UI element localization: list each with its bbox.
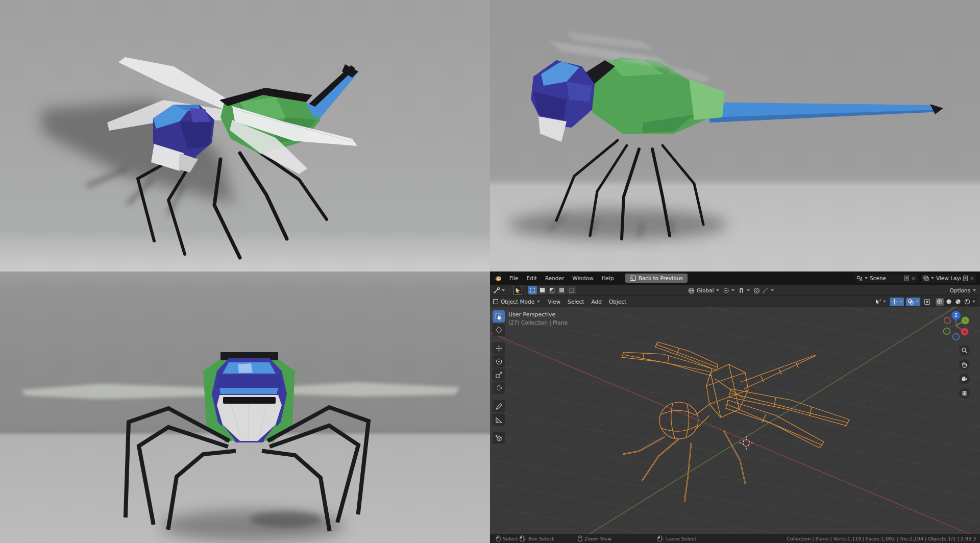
xray-toggle[interactable] <box>922 298 932 306</box>
tool-measure-button[interactable] <box>493 413 505 426</box>
header-menu-view[interactable]: View <box>544 299 564 305</box>
mode-dropdown[interactable]: Object Mode <box>490 299 544 305</box>
show-gizmo-toggle[interactable] <box>890 298 904 306</box>
select-box-icon <box>495 313 503 320</box>
orientation-dropdown[interactable]: Global <box>688 287 719 294</box>
dragonfly-render-side <box>490 0 980 272</box>
shading-rendered-button[interactable] <box>963 298 971 306</box>
select-box-icon <box>514 287 521 293</box>
back-button-label: Back to Previous <box>639 275 683 281</box>
header-menu-select[interactable]: Select <box>564 299 587 305</box>
hint-box-select: Box Select <box>520 534 554 543</box>
scene-stats-text: Collection | Plane | Verts:1,119 | Faces… <box>787 536 976 541</box>
select-mode-extend-button[interactable] <box>538 286 547 294</box>
options-dropdown[interactable]: Options <box>949 285 976 296</box>
navigation-axis-gizmo[interactable]: Z Y X <box>938 309 974 343</box>
pivot-dropdown[interactable] <box>723 287 734 294</box>
shading-solid-button[interactable] <box>945 298 953 306</box>
move-icon <box>495 344 503 352</box>
pivot-point-icon <box>723 287 729 294</box>
viewport-scene <box>490 307 980 534</box>
tool-select-box-button[interactable] <box>493 310 505 323</box>
chevron-down-icon <box>865 277 868 279</box>
viewport-toolbar <box>493 310 505 444</box>
hint-label: Box Select <box>528 536 554 541</box>
proportional-editing-toggle[interactable] <box>753 287 774 294</box>
shading-wireframe-button[interactable] <box>936 298 944 306</box>
orientation-value: Global <box>697 287 714 293</box>
select-mode-subtract-button[interactable] <box>548 286 556 294</box>
header-menu-add[interactable]: Add <box>587 299 605 305</box>
menu-item-window[interactable]: Window <box>568 272 597 285</box>
menu-item-edit[interactable]: Edit <box>523 272 541 285</box>
tool-annotate-button[interactable] <box>493 400 505 412</box>
back-screen-icon <box>630 276 636 281</box>
cursor-tool-icon <box>495 326 503 334</box>
axis-negative-y-ball[interactable] <box>944 328 950 335</box>
mouse-left-drag-icon <box>520 535 526 542</box>
thorax <box>579 57 725 134</box>
select-mode-set-button[interactable] <box>528 286 537 294</box>
xray-icon <box>924 299 930 305</box>
scene-stats: Collection | Plane | Verts:1,119 | Faces… <box>787 534 976 543</box>
menu-item-help[interactable]: Help <box>598 272 618 285</box>
chevron-down-icon <box>747 289 750 291</box>
wireframe-dragonfly <box>622 342 849 502</box>
dragonfly-render-front <box>0 272 490 543</box>
tool-move-button[interactable] <box>493 342 505 354</box>
dragonfly-render-perspective <box>0 0 490 272</box>
tool-add-cube-button[interactable] <box>493 432 505 444</box>
tool-settings-bar: Global <box>490 285 980 296</box>
mouse-middle-icon <box>578 535 582 542</box>
tool-icon <box>493 287 500 294</box>
toggle-orthographic-button[interactable] <box>959 388 970 399</box>
render-side-view <box>490 0 980 272</box>
select-mode-intersect-button[interactable] <box>567 286 576 294</box>
menu-item-render[interactable]: Render <box>541 272 568 285</box>
back-to-previous-button[interactable]: Back to Previous <box>625 274 688 283</box>
new-view-layer-icon[interactable] <box>963 276 968 281</box>
viewport-3d[interactable]: User Perspective (27) Collection | Plane <box>490 307 980 534</box>
mouse-left-icon <box>496 535 501 542</box>
tool-cursor-button[interactable] <box>493 324 505 336</box>
scale-icon <box>495 371 503 379</box>
tool-scale-button[interactable] <box>493 368 505 381</box>
gizmo-icon <box>891 299 898 305</box>
close-icon[interactable]: × <box>911 276 916 281</box>
shading-material-button[interactable] <box>954 298 962 306</box>
shading-rendered-icon <box>964 299 970 305</box>
scene-selector[interactable]: Scene × <box>854 273 918 283</box>
chevron-down-icon <box>502 289 505 291</box>
subtract-mode-icon <box>550 288 554 292</box>
close-icon[interactable]: × <box>970 276 974 281</box>
view-layer-name: View Layer <box>936 275 961 281</box>
menu-item-file[interactable]: File <box>505 272 523 285</box>
new-scene-icon[interactable] <box>904 276 909 281</box>
show-overlays-toggle[interactable] <box>906 298 920 306</box>
chevron-down-icon <box>771 289 774 291</box>
axis-lines <box>490 307 980 534</box>
blender-logo-icon <box>494 275 502 282</box>
add-cube-icon <box>495 434 503 442</box>
overlays-icon <box>908 299 914 305</box>
header-menu-object[interactable]: Object <box>605 299 630 305</box>
render-front-view <box>0 272 490 543</box>
axis-negative-z-ball[interactable] <box>953 334 960 340</box>
active-tool-select-box-button[interactable] <box>513 286 522 295</box>
falloff-curve-icon <box>762 287 769 294</box>
select-mode-invert-button[interactable] <box>557 286 566 294</box>
blender-topbar: File Edit Render Window Help Back to Pre… <box>490 272 980 285</box>
snap-toggle[interactable] <box>738 287 750 294</box>
editor-type-selector[interactable] <box>490 287 508 294</box>
view-layer-selector[interactable]: View Layer × <box>920 273 977 283</box>
cast-shadow <box>508 209 727 240</box>
axis-negative-x-ball[interactable] <box>944 317 951 324</box>
tool-rotate-button[interactable] <box>493 355 505 367</box>
camera-view-button[interactable] <box>959 374 970 384</box>
pan-view-button[interactable] <box>959 359 970 370</box>
zoom-icon <box>961 347 968 354</box>
object-visibility-dropdown[interactable] <box>873 298 888 306</box>
extend-mode-icon <box>540 288 545 292</box>
zoom-view-button[interactable] <box>959 345 970 356</box>
tool-transform-button[interactable] <box>493 382 505 394</box>
